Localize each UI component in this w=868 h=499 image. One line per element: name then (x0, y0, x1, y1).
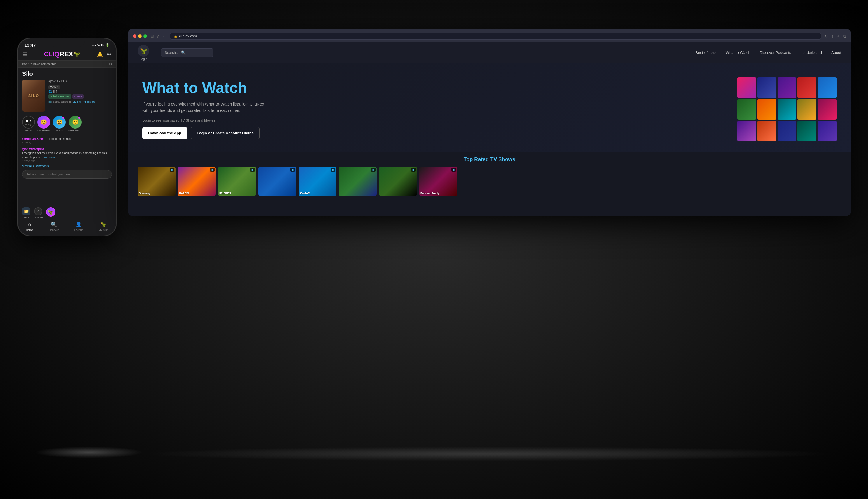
close-button[interactable] (133, 34, 136, 38)
movie-thumb-12[interactable] (758, 121, 776, 141)
show-card-rick-morty[interactable]: ▣ Rick and Morty (419, 167, 457, 196)
movie-thumb-11[interactable] (737, 121, 756, 141)
profile-nav-icon[interactable]: 🦖 (46, 207, 56, 217)
address-bar[interactable]: 🔒 cliqrex.com (170, 33, 821, 40)
show-card-avatar[interactable]: ▣ AVATAR (299, 167, 337, 196)
avg-label: Average (25, 123, 32, 125)
nav-discover[interactable]: 🔍 Discover (48, 221, 59, 231)
tell-friends-input[interactable] (22, 170, 112, 179)
header-action-icons: 🔔 ••• (97, 52, 111, 57)
site-search-bar[interactable]: Search... 🔍 (161, 48, 214, 57)
show-card-breaking[interactable]: ▣ Breaking (137, 167, 176, 196)
window-grid-icon[interactable]: ⊞ (150, 34, 154, 38)
comment-2-user: @stuffthatspins (22, 147, 44, 151)
movie-thumb-10[interactable] (818, 99, 836, 120)
notif-time: -1d (108, 62, 112, 65)
nav-friends[interactable]: 👤 Friends (74, 221, 83, 231)
forward-arrow-icon[interactable]: › (165, 34, 167, 38)
movie-thumb-1[interactable] (737, 77, 756, 98)
movie-thumb-6[interactable] (737, 99, 756, 120)
movie-thumb-13[interactable] (777, 121, 797, 141)
movie-thumb-4[interactable] (797, 77, 816, 98)
hero-subtitle: If you're feeling overwhelmed with What-… (142, 101, 265, 114)
maximize-button[interactable] (143, 34, 147, 38)
movie-thumb-3[interactable] (777, 77, 797, 98)
sean-name: @seancooney (68, 129, 83, 132)
chevron-down-icon[interactable]: ∨ (156, 34, 159, 38)
more-icon[interactable]: ••• (106, 52, 111, 57)
nav-about[interactable]: About (831, 50, 841, 55)
movie-thumb-5[interactable] (818, 77, 836, 98)
comment-notification[interactable]: Bob-On-Bikes commented -1d (18, 60, 116, 68)
nav-home[interactable]: ⌂ Home (26, 221, 33, 231)
download-app-button[interactable]: Download the App (142, 127, 187, 139)
lock-icon: 🔒 (174, 35, 177, 38)
view-all-comments[interactable]: View all 6 comments (22, 165, 112, 168)
status-link[interactable]: My Stuff > Finished (73, 100, 95, 103)
avatar-circle-sean: 🙂 1 (69, 116, 82, 129)
site-header: 🦖 Login Search... 🔍 Best-of Lists What t… (128, 42, 851, 63)
share-icon[interactable]: ↑ (832, 34, 834, 39)
show-card-6[interactable]: ▣ (339, 167, 377, 196)
nav-mystuff[interactable]: 🦖 My Stuff (98, 221, 108, 231)
saved-mini-item[interactable]: 📁 Saved (22, 207, 30, 219)
avatar-josh[interactable]: 😊 1 @JoshPRex (37, 116, 50, 132)
show-card-hazbin[interactable]: ▣ HAZBIN (178, 167, 216, 196)
cellular-icon: ▪▪▪ (93, 44, 96, 47)
saved-icon: 📁 (24, 209, 29, 214)
status-text: 📺 Status saved in: My Stuff > Finished (48, 100, 112, 103)
movie-thumb-9[interactable] (797, 99, 816, 120)
logo-cliq: CLIQ (44, 50, 60, 58)
movie-thumb-2[interactable] (758, 77, 776, 98)
menu-icon[interactable]: ☰ (23, 52, 27, 57)
dara-badge: 1 (62, 116, 65, 119)
comment-1-time: a day ago (22, 141, 112, 144)
tabs-icon[interactable]: ⧉ (843, 34, 846, 39)
avatar-sean[interactable]: 🙂 1 @seancooney (68, 116, 83, 132)
new-tab-icon[interactable]: + (837, 34, 840, 39)
bell-icon[interactable]: 🔔 (97, 52, 103, 57)
read-more-link[interactable]: read more (43, 156, 55, 159)
hero-section: What to Watch If you're feeling overwhel… (128, 63, 851, 152)
show-poster[interactable]: SILO (22, 80, 46, 112)
movie-thumb-7[interactable] (758, 99, 776, 120)
show-card-frieren[interactable]: ▣ FRIEREN (218, 167, 256, 196)
reload-icon[interactable]: ↻ (824, 34, 828, 39)
site-login-label[interactable]: Login (140, 57, 147, 61)
friends-label: Friends (74, 229, 83, 231)
movie-poster-grid (737, 77, 836, 141)
show-card-7[interactable]: ▣ (379, 167, 417, 196)
show-label-3: FRIEREN (219, 192, 231, 195)
show-card-4[interactable]: ▣ (258, 167, 296, 196)
rating-value: 8.4 (53, 90, 57, 93)
globe-rating: 🌐 8.4 (48, 90, 112, 93)
movie-thumb-14[interactable] (797, 121, 816, 141)
login-create-account-button[interactable]: Login or Create Account Online (191, 127, 260, 139)
back-arrow-icon[interactable]: ‹ (163, 34, 164, 38)
status-prefix: Status saved in: (53, 100, 71, 103)
movie-thumb-8[interactable] (777, 99, 797, 120)
finished-label: Finished (34, 216, 43, 219)
movie-thumb-15[interactable] (818, 121, 836, 141)
browser-shadow (143, 447, 833, 461)
site-logo-icon[interactable]: 🦖 (137, 45, 149, 57)
wifi-icon: WiFi (97, 44, 104, 47)
nav-what-to-watch[interactable]: What to Watch (726, 50, 750, 55)
nav-best-of-lists[interactable]: Best-of Lists (695, 50, 716, 55)
nav-discover-podcasts[interactable]: Discover Podcasts (760, 50, 791, 55)
comment-2: @stuffthatspins Loving this series. Feel… (22, 146, 112, 162)
cliq-label: My Cliq (25, 129, 33, 132)
top-rated-title: Top Rated TV Shows (137, 157, 841, 163)
minimize-button[interactable] (138, 34, 142, 38)
app-header: ☰ CLIQ REX 🦖 🔔 ••• (18, 49, 116, 60)
nav-leaderboard[interactable]: Leaderboard (800, 50, 822, 55)
avatar-dara[interactable]: 😄 1 @dara (53, 116, 65, 132)
finished-mini-item[interactable]: ✓ Finished (34, 207, 43, 219)
hero-title: What to Watch (142, 80, 726, 96)
show-badge-1: ▣ (170, 168, 174, 172)
show-label-8: Rick and Morty (420, 192, 439, 195)
browser-chrome: ⊞ ∨ ‹ › 🔒 cliqrex.com ↻ ↑ + ⧉ (128, 29, 851, 42)
browser-window: ⊞ ∨ ‹ › 🔒 cliqrex.com ↻ ↑ + ⧉ 🦖 Login (128, 29, 851, 216)
show-label-2: HAZBIN (179, 192, 189, 195)
site-nav: Best-of Lists What to Watch Discover Pod… (220, 50, 841, 55)
